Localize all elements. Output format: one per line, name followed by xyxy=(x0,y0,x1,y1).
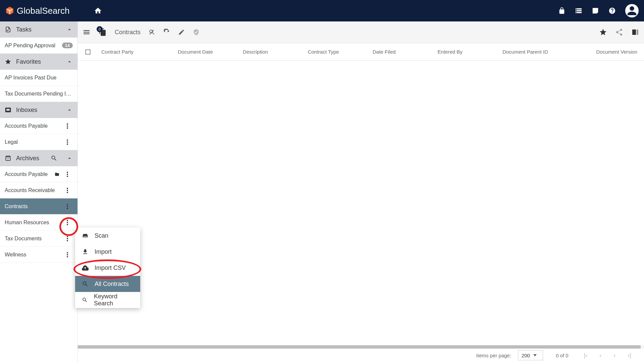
help-button[interactable] xyxy=(608,7,616,14)
menu-button[interactable] xyxy=(83,28,91,36)
help-icon xyxy=(608,7,616,14)
account-icon xyxy=(627,5,637,16)
menu-item-label: All Contracts xyxy=(95,281,129,288)
sidebar-item-label: Accounts Receivable xyxy=(5,187,63,193)
svg-point-8 xyxy=(67,172,68,173)
share-button[interactable] xyxy=(615,28,623,36)
th-date-filed[interactable]: Date Filed xyxy=(369,49,434,55)
edit-button[interactable] xyxy=(178,29,185,36)
svg-point-9 xyxy=(67,174,68,175)
sidebar-item-archive-hr[interactable]: Human Resources xyxy=(0,215,77,231)
table-header-row: Contract Party Document Date Description… xyxy=(78,43,644,61)
more-button[interactable] xyxy=(67,172,73,177)
home-button[interactable] xyxy=(94,7,102,15)
sidebar-item-label: Legal xyxy=(5,139,63,145)
search-icon xyxy=(82,297,88,303)
sidebar-section-tasks[interactable]: Tasks xyxy=(0,21,77,38)
sidebar-section-inboxes[interactable]: Inboxes xyxy=(0,102,77,118)
svg-point-7 xyxy=(67,143,68,145)
more-button[interactable] xyxy=(67,220,73,225)
search-icon xyxy=(82,281,89,287)
page-size-value: 200 xyxy=(522,353,530,358)
sidebar-item-inbox-legal[interactable]: Legal xyxy=(0,134,77,150)
page-size-select[interactable]: 200 xyxy=(518,350,543,360)
chevron-up-icon xyxy=(66,26,73,33)
docs-count-badge: 0 xyxy=(97,26,103,32)
sidebar-item-tax-pending[interactable]: Tax Documents Pending Inde… xyxy=(0,86,77,102)
logo-hex-icon xyxy=(5,6,14,15)
sidebar-item-archive-tax[interactable]: Tax Documents xyxy=(0,231,77,247)
svg-point-5 xyxy=(67,139,68,141)
checkbox-icon[interactable] xyxy=(85,49,91,55)
th-parent-id[interactable]: Document Parent ID xyxy=(499,49,576,55)
svg-rect-1 xyxy=(6,109,10,111)
more-button[interactable] xyxy=(67,188,73,193)
sidebar-item-archive-ar[interactable]: Accounts Receivable xyxy=(0,182,77,198)
chevron-up-icon xyxy=(66,58,73,65)
share-icon xyxy=(615,28,623,36)
svg-rect-27 xyxy=(632,29,636,35)
folder-icon xyxy=(54,172,60,177)
svg-point-11 xyxy=(67,188,68,189)
favorite-button[interactable] xyxy=(599,28,607,36)
sidebar-item-ap-past-due[interactable]: AP Invoices Past Due xyxy=(0,70,77,86)
sidebar-section-archives[interactable]: Archives xyxy=(0,150,77,166)
th-contract-party[interactable]: Contract Party xyxy=(98,49,174,55)
sidebar-item-label: AP Invoices Past Due xyxy=(5,75,73,81)
docs-count-button[interactable]: 0 xyxy=(99,28,107,36)
sidebar-item-archive-ap[interactable]: Accounts Payable xyxy=(0,166,77,182)
horizontal-scrollbar[interactable] xyxy=(78,345,644,349)
verify-button[interactable] xyxy=(193,29,200,36)
scrollbar-thumb[interactable] xyxy=(78,345,641,349)
sidebar-item-archive-contracts[interactable]: Contracts xyxy=(0,198,77,215)
svg-point-19 xyxy=(67,224,68,225)
menu-item-import[interactable]: Import xyxy=(75,244,140,260)
first-page-button[interactable]: |‹ xyxy=(581,352,590,359)
more-button[interactable] xyxy=(67,204,73,209)
svg-point-6 xyxy=(67,141,68,143)
sidebar-item-inbox-ap[interactable]: Accounts Payable xyxy=(0,118,77,134)
prev-page-button[interactable]: ‹ xyxy=(597,352,604,359)
edit-note-icon xyxy=(592,7,599,14)
page-title: Contracts xyxy=(115,29,141,36)
main-content: 0 Contracts Contrac xyxy=(78,21,644,362)
th-contract-type[interactable]: Contract Type xyxy=(304,49,369,55)
svg-point-21 xyxy=(67,238,68,239)
th-document-date[interactable]: Document Date xyxy=(174,49,239,55)
sidebar-item-ap-pending[interactable]: AP Pending Approval 14 xyxy=(0,38,77,54)
next-page-button[interactable]: › xyxy=(611,352,618,359)
star-icon xyxy=(5,58,11,65)
brand-logo[interactable]: GlobalSearch xyxy=(5,6,70,16)
search-off-button[interactable] xyxy=(149,29,155,36)
edit-note-button[interactable] xyxy=(592,7,599,14)
sidebar-item-archive-wellness[interactable]: Wellness xyxy=(0,247,77,263)
more-button[interactable] xyxy=(67,123,73,129)
menu-item-all-contracts[interactable]: All Contracts xyxy=(75,276,140,292)
th-entered-by[interactable]: Entered By xyxy=(434,49,499,55)
more-button[interactable] xyxy=(67,139,73,145)
menu-item-import-csv[interactable]: Import CSV xyxy=(75,260,140,276)
cloud-upload-icon xyxy=(82,264,89,271)
last-page-button[interactable]: ›| xyxy=(625,352,634,359)
menu-icon xyxy=(83,28,91,36)
more-vert-icon xyxy=(67,139,68,145)
panel-button[interactable] xyxy=(631,28,639,36)
inboxes-label: Inboxes xyxy=(16,107,61,114)
th-description[interactable]: Description xyxy=(239,49,305,55)
more-button[interactable] xyxy=(67,236,73,241)
th-version[interactable]: Document Version xyxy=(576,49,644,55)
refresh-button[interactable] xyxy=(163,29,170,36)
sidebar-section-favorites[interactable]: Favorites xyxy=(0,54,77,70)
search-icon[interactable] xyxy=(51,155,57,162)
storage-button[interactable] xyxy=(575,7,582,14)
menu-item-scan[interactable]: Scan xyxy=(75,228,140,244)
more-vert-icon xyxy=(67,220,68,225)
lock-button[interactable] xyxy=(558,7,566,14)
menu-item-keyword-search[interactable]: Keyword Search xyxy=(75,292,140,308)
scanner-icon xyxy=(82,232,89,239)
sidebar-item-label: Tax Documents Pending Inde… xyxy=(5,91,73,97)
more-vert-icon xyxy=(67,236,68,241)
svg-point-13 xyxy=(67,192,68,193)
more-button[interactable] xyxy=(67,252,73,257)
account-button[interactable] xyxy=(625,4,639,17)
